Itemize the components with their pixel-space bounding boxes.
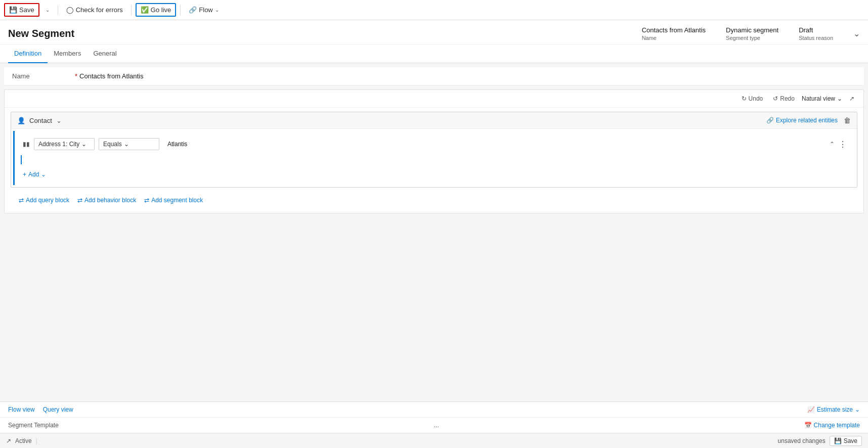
status-save-icon: 💾 [834,437,842,444]
undo-button[interactable]: ↻ Undo [739,93,766,104]
divider-2 [131,5,132,15]
name-field-label: Name [12,72,73,80]
tab-definition[interactable]: Definition [8,44,48,63]
divider-1 [58,5,58,15]
expand-icon: ↗ [6,437,11,444]
redo-button[interactable]: ↺ Redo [770,93,798,104]
condition-actions: ⌃ ⋮ [830,140,847,149]
condition-value[interactable]: Atlantis [163,139,191,150]
field-label: Address 1: City [38,141,79,148]
tab-members[interactable]: Members [48,44,87,63]
estimate-chevron-icon: ⌄ [855,406,860,413]
view-chevron-icon: ⌄ [837,95,842,102]
operator-chevron-icon: ⌄ [124,141,129,148]
save-button[interactable]: 💾 Save [4,3,39,17]
header-collapse-icon[interactable]: ⌄ [853,29,860,38]
undo-label: Undo [749,95,763,102]
flow-button[interactable]: 🔗 Flow ⌄ [185,4,223,16]
save-label: Save [19,6,34,14]
undo-icon: ↻ [742,95,747,102]
block-actions: ⇄ Add query block ⇄ Add behavior block ⇄… [9,192,859,209]
page-header: New Segment Contacts from Atlantis Name … [0,20,868,44]
address-field-icon: ▮▮ [23,141,30,148]
add-behavior-block-button[interactable]: ⇄ Add behavior block [77,197,136,204]
view-tabs: Flow view Query view 📈 Estimate size ⌄ [0,402,868,418]
estimate-size-button[interactable]: 📈 Estimate size ⌄ [807,406,860,413]
status-save-label: Save [844,437,857,444]
condition-container: ▮▮ Address 1: City ⌄ Equals ⌄ Atlantis ⌃ [13,131,855,185]
flow-icon: 🔗 [189,6,197,14]
flow-view-button[interactable]: Flow view [8,406,35,413]
field-dropdown[interactable]: Address 1: City ⌄ [34,138,95,150]
change-template-button[interactable]: 📅 Change template [804,422,860,429]
check-errors-label: Check for errors [76,6,123,14]
more-options-button[interactable]: ⋮ [839,140,847,149]
operator-label: Equals [103,141,122,148]
status-bar: ↗ Active | unsaved changes 💾 Save [0,433,868,448]
redo-icon: ↺ [773,95,778,102]
contact-entity-label: Contact [29,117,52,124]
contact-block: 👤 Contact ⌄ 🔗 Explore related entities 🗑 [11,112,857,188]
go-live-label: Go live [151,6,171,14]
save-icon: 💾 [9,6,17,14]
meta-name-label: Name [642,35,706,41]
query-view-label: Query view [43,406,73,413]
status-save-button[interactable]: 💾 Save [830,436,862,446]
contact-dropdown-icon[interactable]: ⌄ [56,117,62,124]
add-condition-button[interactable]: + Add ⌄ [23,171,46,178]
status-bar-right: unsaved changes 💾 Save [778,436,862,446]
cursor-row [21,153,849,168]
delete-block-button[interactable]: 🗑 [844,116,851,124]
content-area: Name * Contacts from Atlantis ↻ Undo ↺ R… [0,63,868,448]
tab-general[interactable]: General [87,44,122,63]
save-dropdown-button[interactable]: ⌄ [41,5,54,15]
check-errors-button[interactable]: ◯ Check for errors [62,4,127,16]
template-label: Segment Template [8,422,69,429]
unsaved-changes-label: unsaved changes [778,437,826,444]
template-row: Segment Template ... 📅 Change template [0,418,868,433]
add-query-block-label: Add query block [26,197,69,204]
operator-dropdown[interactable]: Equals ⌄ [99,138,159,150]
add-row: + Add ⌄ [21,168,849,181]
query-toolbar: ↻ Undo ↺ Redo Natural view ⌄ ↗ [5,90,863,108]
estimate-icon: 📈 [807,406,815,413]
view-select[interactable]: Natural view ⌄ [802,95,842,102]
add-segment-block-button[interactable]: ⇄ Add segment block [144,197,203,204]
query-view-button[interactable]: Query view [43,406,73,413]
behavior-block-icon: ⇄ [77,197,82,204]
header-meta: Contacts from Atlantis Name Dynamic segm… [642,26,860,41]
golive-icon: ✅ [141,6,149,14]
explore-related-button[interactable]: 🔗 Explore related entities [766,117,838,124]
query-block-icon: ⇄ [19,197,24,204]
contact-entity-icon: 👤 [17,117,25,124]
go-live-button[interactable]: ✅ Go live [136,3,176,17]
name-required-marker: * [75,72,77,80]
change-template-icon: 📅 [804,422,812,429]
meta-name-value: Contacts from Atlantis [642,26,706,34]
status-bar-left: ↗ Active | [6,437,37,444]
explore-label: Explore related entities [776,117,838,124]
flow-chevron-icon: ⌄ [215,7,219,13]
view-tabs-left: Flow view Query view [8,406,73,413]
condition-row: ▮▮ Address 1: City ⌄ Equals ⌄ Atlantis ⌃ [21,135,849,153]
bottom-panel: Flow view Query view 📈 Estimate size ⌄ S… [0,401,868,433]
explore-icon: 🔗 [766,117,774,124]
name-row: Name * Contacts from Atlantis [4,67,864,85]
add-segment-block-label: Add segment block [151,197,203,204]
meta-segment-type: Dynamic segment Segment type [726,26,778,41]
name-field-value[interactable]: Contacts from Atlantis [79,72,143,80]
check-icon: ◯ [66,6,74,14]
template-value: ... [434,422,439,429]
add-behavior-block-label: Add behavior block [84,197,136,204]
meta-name: Contacts from Atlantis Name [642,26,706,41]
expand-button[interactable]: ↗ [846,93,857,104]
add-icon: + [23,171,26,178]
spacer [0,213,868,274]
add-label: Add [28,171,39,178]
contact-header-right: 🔗 Explore related entities 🗑 [766,116,851,124]
collapse-condition-button[interactable]: ⌃ [830,141,835,148]
add-query-block-button[interactable]: ⇄ Add query block [19,197,69,204]
active-status: Active [15,437,32,444]
toolbar: 💾 Save ⌄ ◯ Check for errors ✅ Go live 🔗 … [0,0,868,20]
flow-view-label: Flow view [8,406,35,413]
